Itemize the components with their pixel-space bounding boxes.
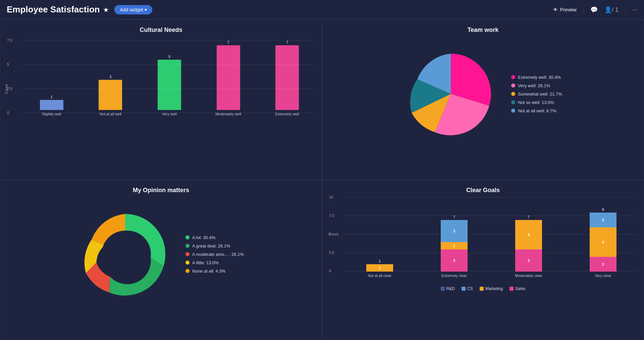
preview-button[interactable]: 👁 Preview	[553, 7, 577, 12]
team-work-pie	[404, 47, 498, 141]
legend-label-rd: R&D	[446, 286, 455, 291]
legend-label-very-well: Very well: 26.1%	[518, 83, 550, 88]
legend-dot-a-little	[185, 261, 190, 265]
y-line-5	[22, 64, 315, 65]
bar-stack-very-clear: 2 4 2	[590, 213, 616, 272]
opinion-donut	[78, 207, 172, 301]
page-title: Employee Satisfaction	[7, 4, 100, 15]
bar-stack-extremely-clear: 3 1 3	[441, 220, 468, 272]
legend-dot-marketing	[480, 287, 484, 291]
team-work-chart: Extremely well: 30.4% Very well: 26.1% S…	[329, 37, 637, 151]
segment-sales-vc: 2	[590, 257, 616, 272]
legend-dot-not-so-well	[511, 100, 515, 104]
bar-value-moderately-well: 7	[227, 40, 229, 44]
bar-not-at-all-well	[99, 80, 122, 110]
stacked-bar-group: 1 1 Not at all clear 7 3 1 3 Extremely c…	[346, 204, 637, 278]
legend-a-little: A little: 13.0%	[185, 260, 244, 265]
opinion-matters-panel: My Opinion matters	[0, 180, 322, 340]
segment-marketing-1: 1	[366, 264, 393, 272]
legend-dot-rd	[441, 287, 445, 291]
bar-item-extremely-well: 7 Extremely well	[259, 40, 315, 116]
add-widget-button[interactable]: Add widget ▾	[114, 5, 152, 14]
bar-value-very-well: 5	[168, 55, 170, 59]
users-icon[interactable]: 👤/ 1	[604, 6, 619, 13]
opinion-matters-chart: A lot: 30.4% A great deal: 26.1% A moder…	[7, 197, 315, 311]
bar-slightly-well	[40, 100, 63, 110]
segment-cs-vc: 2	[590, 213, 616, 227]
clear-goals-panel: Clear Goals 10 7.5 5 2.5 0 Count 1 1	[322, 180, 644, 340]
stacked-bar-moderately-clear: 7 3 4 Moderately clear	[495, 204, 562, 278]
legend-dot-none	[185, 269, 190, 273]
y-label-7.5: 7.5	[7, 38, 12, 42]
y-label-10: 10	[329, 195, 333, 199]
y-label-0: 0	[7, 111, 9, 115]
legend-label-a-little: A little: 13.0%	[192, 260, 219, 265]
legend-somewhat-well: Somewhat well: 21.7%	[511, 92, 562, 97]
y-line-0	[22, 113, 315, 113]
legend-label-sales: Sales	[515, 286, 525, 291]
clear-goals-chart: 10 7.5 5 2.5 0 Count 1 1 Not at all	[329, 197, 637, 284]
bar-group: 1 Slightly well 3 Not at all well 5 Very…	[24, 40, 315, 116]
legend-marketing: Marketing	[480, 286, 503, 291]
y-label-7.5: 7.5	[329, 214, 334, 218]
legend-dot-a-lot	[185, 235, 190, 239]
y-label-2.5: 2.5	[329, 250, 334, 254]
y-line-7.5	[22, 40, 315, 41]
legend-dot-very-well	[511, 83, 515, 88]
bar-value-extremely-well: 7	[286, 40, 288, 44]
legend-moderate: A moderate amo... : 26.1%	[185, 252, 244, 257]
legend-not-at-all-well: Not at all well: 8.7%	[511, 108, 562, 113]
legend-not-so-well: Not so well: 13.0%	[511, 100, 562, 105]
bar-label-not-at-all-clear: Not at all clear	[368, 274, 391, 278]
legend-label-extremely-well: Extremely well: 30.4%	[518, 75, 561, 80]
segment-cs-ec: 3	[441, 220, 468, 242]
legend-label-not-at-all-well: Not at all well: 8.7%	[518, 108, 556, 113]
legend-dot-extremely-well	[511, 75, 515, 79]
bar-value-slightly-well: 1	[51, 95, 53, 99]
total-not-at-all-clear: 1	[379, 259, 381, 263]
legend-dot-cs	[462, 287, 466, 291]
header-right: 👁 Preview 💬 👤/ 1 ···	[553, 6, 637, 14]
legend-dot-great-deal	[185, 244, 190, 248]
chat-icon[interactable]: 💬	[590, 6, 598, 13]
preview-label: Preview	[560, 7, 577, 12]
legend-rd: R&D	[441, 286, 455, 291]
y-label-5: 5	[7, 62, 9, 66]
legend-cs: CS	[462, 286, 473, 291]
segment-sales-mc: 3	[515, 249, 542, 272]
bar-stack-not-at-all-clear: 1	[366, 264, 393, 272]
y-label-0-cg: 0	[329, 269, 331, 273]
segment-marketing-ec: 1	[441, 242, 468, 249]
legend-label-not-so-well: Not so well: 13.0%	[518, 100, 554, 105]
segment-marketing-vc: 4	[590, 227, 616, 257]
bar-label-extremely-clear: Extremely clear	[441, 274, 467, 278]
legend-sales: Sales	[509, 286, 525, 291]
cg-count-label: Count	[328, 232, 338, 236]
opinion-matters-title: My Opinion matters	[7, 187, 315, 194]
legend-dot-sales	[509, 287, 514, 291]
header-divider-2	[625, 6, 626, 14]
star-icon[interactable]: ★	[103, 6, 109, 14]
bar-item-not-at-all-well: 3 Not at all well	[83, 40, 139, 116]
cultural-needs-panel: Cultural Needs 7.5 5 2.5 0 Count 1 Sligh…	[0, 19, 322, 180]
y-line-2.5	[22, 89, 315, 89]
legend-label-none: None at all: 4.3%	[192, 269, 225, 274]
legend-none-at-all: None at all: 4.3%	[185, 269, 244, 274]
legend-label-a-lot: A lot: 30.4%	[192, 235, 215, 240]
eye-icon: 👁	[553, 7, 558, 12]
bar-stack-moderately-clear: 3 4	[515, 220, 542, 272]
header-divider	[583, 6, 584, 14]
clear-goals-legend: R&D CS Marketing Sales	[329, 286, 637, 291]
segment-marketing-mc: 4	[515, 220, 542, 249]
bar-item-very-well: 5 Very well	[142, 40, 197, 116]
opinion-legend: A lot: 30.4% A great deal: 26.1% A moder…	[185, 235, 244, 274]
more-icon[interactable]: ···	[632, 6, 637, 13]
dashboard-grid: Cultural Needs 7.5 5 2.5 0 Count 1 Sligh…	[0, 19, 644, 340]
legend-extremely-well: Extremely well: 30.4%	[511, 75, 562, 80]
total-very-clear: 8	[602, 208, 604, 212]
bar-extremely-well	[275, 45, 299, 110]
bar-item-slightly-well: 1 Slightly well	[24, 40, 79, 116]
stacked-bar-very-clear: 8 2 4 2 Very clear	[569, 204, 637, 278]
bar-very-well	[158, 60, 181, 110]
legend-dot-somewhat-well	[511, 92, 515, 96]
